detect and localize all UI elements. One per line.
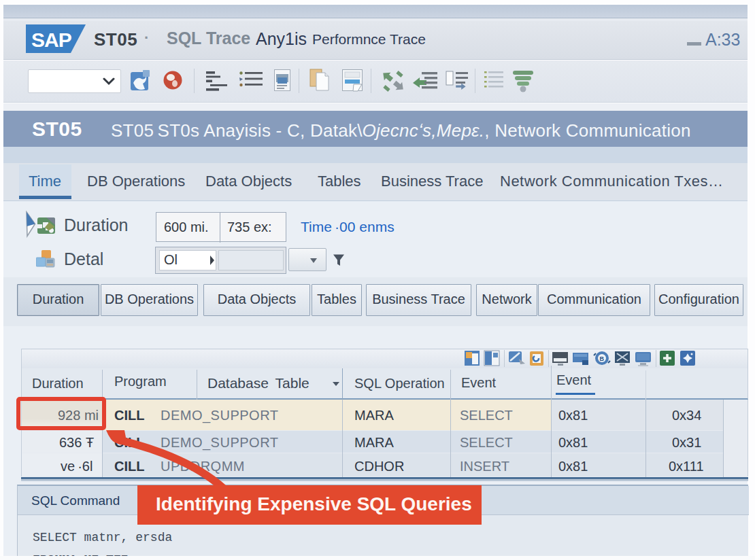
svg-text:B: B (600, 355, 605, 362)
svg-text:SAP: SAP (31, 29, 71, 51)
